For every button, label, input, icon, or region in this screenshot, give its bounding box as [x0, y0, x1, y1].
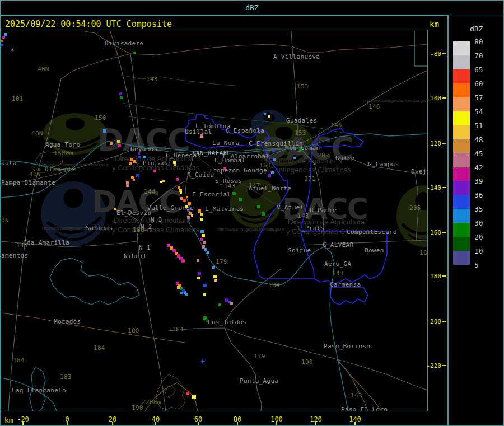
route-number-label: 205 [409, 204, 421, 212]
legend-color-block [453, 153, 470, 167]
radar-echo-pixel [200, 238, 203, 241]
route-line [1, 313, 185, 343]
legend-color-block [453, 139, 470, 153]
legend-title: dBZ [470, 25, 483, 33]
legend-value-label: 51 [474, 121, 483, 129]
radar-echo-pixel [200, 218, 203, 221]
place-label: Morados [54, 318, 81, 325]
place-label: La_Nora [212, 139, 239, 147]
watermark-caption: Dirección de Agricultura [265, 157, 343, 165]
place-label: Paso_Borroso [324, 343, 370, 350]
place-label: C_Española [226, 127, 264, 134]
radar-echo-pixel [257, 205, 260, 208]
legend-value-label: 70 [474, 51, 483, 59]
coverage-boundary-line [414, 31, 427, 66]
place-label: N_2 [141, 223, 152, 231]
legend-value-label: 54 [474, 107, 483, 115]
radar-echo-pixel [178, 186, 180, 189]
route-number-label: 171 [304, 175, 316, 182]
legend-value-label: 60 [474, 79, 483, 87]
radar-echo-pixel [180, 197, 183, 200]
legend-value-label: 80 [474, 38, 483, 46]
x-axis-tick [155, 422, 156, 426]
radar-echo-pixel [119, 92, 122, 95]
legend-value-label: 20 [474, 233, 483, 241]
y-axis-tick [442, 143, 446, 144]
map-contour-line [165, 386, 175, 397]
boundary-line [330, 287, 368, 305]
radar-echo-pixel [212, 266, 215, 269]
km-unit-label: km [430, 20, 439, 29]
road-line [303, 240, 427, 245]
place-label: Co_Diamante [33, 166, 76, 173]
stream-line [121, 75, 236, 86]
place-label: S_Pintada [135, 160, 170, 167]
place-label: El_Desvio [116, 209, 151, 217]
radar-echo-pixel [230, 302, 233, 305]
legend-value-label: 65 [474, 65, 483, 73]
radar-echo-pixel [117, 140, 120, 143]
route-number-label: 146 [368, 103, 380, 110]
dbz-legend: dBZ 807065605754514845423936353020105 [449, 15, 504, 425]
place-label: Soitue [288, 247, 311, 254]
place-label: Tropezón Goudge [209, 167, 267, 174]
route-number-label: 40N [31, 130, 43, 137]
radar-echo-pixel [1, 40, 3, 42]
y-axis-tick [442, 187, 446, 188]
place-label: Paso El Loro [341, 406, 388, 411]
place-label: Atuel_Norte [249, 185, 291, 192]
place-label: Bowen [365, 247, 384, 254]
legend-color-block [453, 251, 470, 265]
title-bar: dBZ [1, 1, 503, 16]
place-label: R_Padre [310, 207, 337, 214]
y-axis-tick-label: -100 [422, 95, 441, 102]
place-label: A_Villanueva [273, 53, 320, 60]
radar-point-marker [201, 359, 205, 363]
radar-echo-pixel [273, 158, 276, 161]
radar-echo-pixel [126, 181, 129, 184]
place-label: Agua_Toro [45, 141, 80, 148]
y-axis-tick [442, 97, 446, 99]
x-axis-tick [315, 422, 316, 426]
y-axis-tick-label: -120 [422, 140, 441, 147]
route-number-label: 143 [146, 76, 158, 83]
place-label: L_Prats [297, 224, 324, 232]
dacc-logo-watermark [396, 185, 427, 247]
radar-echo-pixel [213, 275, 217, 278]
radar-echo-pixel [218, 303, 221, 306]
legend-color-block [453, 237, 470, 251]
radar-echo-pixel [138, 156, 141, 158]
legend-value-label: 48 [474, 135, 483, 143]
route-number-label: 153 [295, 129, 306, 137]
station-asterisk: * [10, 46, 15, 55]
x-axis-tick [237, 422, 238, 426]
place-label: Mte_Coman [285, 144, 320, 152]
x-axis-tick [22, 422, 24, 426]
place-label: R_Caída [187, 171, 214, 179]
radar-echo-pixel [120, 96, 123, 99]
legend-value-label: 35 [474, 205, 483, 213]
radar-echo-pixel [4, 33, 7, 36]
route-number-label: 153 [297, 83, 309, 90]
legend-value-label: 36 [474, 191, 483, 199]
route-number-label: 144 [144, 188, 156, 195]
legend-value-label: 10 [474, 247, 483, 255]
legend-color-block [453, 167, 470, 181]
radar-echo-pixel [162, 180, 165, 182]
x-axis-tick [354, 422, 356, 426]
watermark-url: http://www.contingencias.mendoza.gov.ar [363, 99, 427, 103]
legend-value-label: 30 [474, 219, 483, 227]
y-axis-tick [442, 275, 446, 277]
route-number-label: 184 [13, 357, 25, 364]
x-axis-tick [198, 422, 199, 426]
place-label: Guadales [286, 117, 317, 124]
road-line [225, 269, 281, 411]
radar-echo-pixel [176, 178, 179, 181]
radar-echo-pixel [293, 157, 296, 159]
route-line [61, 54, 130, 79]
legend-value-label: 5 [474, 261, 479, 269]
route-number-label: 203 [318, 152, 329, 159]
radar-echo-pixel [1, 44, 3, 46]
legend-color-block [453, 223, 470, 237]
radar-echo-pixel [136, 174, 139, 177]
